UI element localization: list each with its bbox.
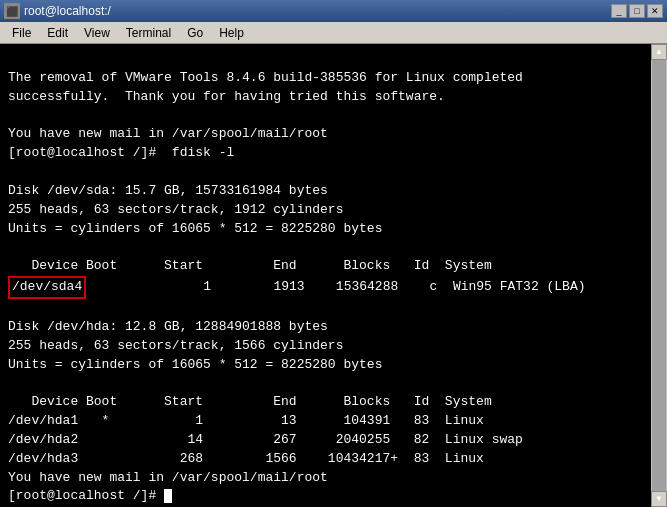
titlebar-controls: _ □ ✕: [611, 4, 663, 18]
line-14: 255 heads, 63 sectors/track, 1566 cylind…: [8, 338, 343, 353]
line-22-prompt: [root@localhost /]#: [8, 488, 172, 503]
menu-go[interactable]: Go: [179, 24, 211, 42]
line-1: successfully. Thank you for having tried…: [8, 89, 445, 104]
line-18: /dev/hda1 * 1 13 104391 83 Linux: [8, 413, 484, 428]
close-button[interactable]: ✕: [647, 4, 663, 18]
titlebar: ⬛ root@localhost:/ _ □ ✕: [0, 0, 667, 22]
line-17: Device Boot Start End Blocks Id System: [8, 394, 492, 409]
terminal-output: The removal of VMware Tools 8.4.6 build-…: [8, 50, 659, 507]
scrollbar-up-button[interactable]: ▲: [651, 44, 667, 60]
menu-file[interactable]: File: [4, 24, 39, 42]
terminal-window[interactable]: The removal of VMware Tools 8.4.6 build-…: [0, 44, 667, 507]
minimize-button[interactable]: _: [611, 4, 627, 18]
app-icon: ⬛: [4, 3, 20, 19]
line-19: /dev/hda2 14 267 2040255 82 Linux swap: [8, 432, 523, 447]
menu-help[interactable]: Help: [211, 24, 252, 42]
line-15: Units = cylinders of 16065 * 512 = 82252…: [8, 357, 382, 372]
line-0: The removal of VMware Tools 8.4.6 build-…: [8, 70, 523, 85]
menubar: File Edit View Terminal Go Help: [0, 22, 667, 44]
highlighted-device-row: /dev/sda4: [8, 276, 86, 299]
line-11-sda4: /dev/sda4 1 1913 15364288 c Win95 FAT32 …: [8, 279, 586, 294]
line-4: [root@localhost /]# fdisk -l: [8, 145, 234, 160]
window-title: root@localhost:/: [24, 4, 111, 18]
menu-view[interactable]: View: [76, 24, 118, 42]
menu-edit[interactable]: Edit: [39, 24, 76, 42]
scrollbar-track[interactable]: [652, 60, 666, 491]
line-7: 255 heads, 63 sectors/track, 1912 cylind…: [8, 202, 343, 217]
line-13: Disk /dev/hda: 12.8 GB, 12884901888 byte…: [8, 319, 328, 334]
line-3: You have new mail in /var/spool/mail/roo…: [8, 126, 328, 141]
menu-terminal[interactable]: Terminal: [118, 24, 179, 42]
line-8: Units = cylinders of 16065 * 512 = 82252…: [8, 221, 382, 236]
line-20: /dev/hda3 268 1566 10434217+ 83 Linux: [8, 451, 484, 466]
line-10: Device Boot Start End Blocks Id System: [8, 258, 492, 273]
maximize-button[interactable]: □: [629, 4, 645, 18]
scrollbar-down-button[interactable]: ▼: [651, 491, 667, 507]
line-21: You have new mail in /var/spool/mail/roo…: [8, 470, 328, 485]
titlebar-left: ⬛ root@localhost:/: [4, 3, 111, 19]
line-6: Disk /dev/sda: 15.7 GB, 15733161984 byte…: [8, 183, 328, 198]
window: ⬛ root@localhost:/ _ □ ✕ File Edit View …: [0, 0, 667, 507]
scrollbar[interactable]: ▲ ▼: [651, 44, 667, 507]
terminal-cursor: [164, 489, 172, 503]
